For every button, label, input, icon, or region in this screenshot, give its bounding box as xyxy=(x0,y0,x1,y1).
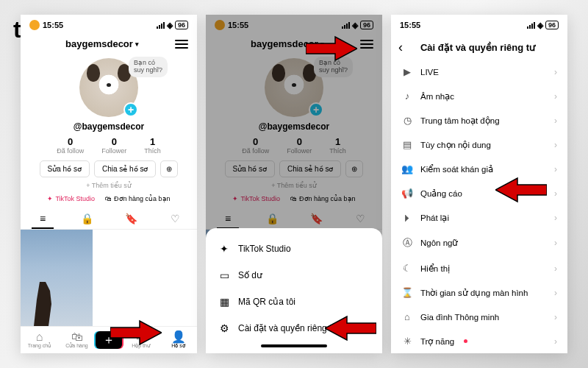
nav-home[interactable]: ⌂Trang chủ xyxy=(21,331,58,349)
activity-icon: ◷ xyxy=(401,115,413,126)
family-icon: ⌂ xyxy=(401,311,413,322)
settings-live[interactable]: ▶LIVE› xyxy=(391,60,567,84)
annotation-arrow xyxy=(325,314,376,343)
sheet-tiktok-studio[interactable]: ✦TikTok Studio xyxy=(206,236,382,262)
content-icon: ▤ xyxy=(401,139,413,150)
wifi-icon: ◈ xyxy=(537,21,543,30)
tab-locked[interactable]: 🔒 xyxy=(65,208,109,229)
settings-music[interactable]: ♪Âm nhạc› xyxy=(391,84,567,108)
status-time: 15:55 xyxy=(43,21,63,29)
svg-marker-0 xyxy=(110,321,162,344)
share-profile-button[interactable]: Chia sẻ hồ sơ xyxy=(94,160,156,177)
edit-profile-button: Sửa hồ sơ xyxy=(225,160,275,177)
qr-icon: ▦ xyxy=(218,296,231,308)
coin-icon xyxy=(29,20,40,30)
share-profile-button: Chia sẻ hồ sơ xyxy=(279,160,341,177)
tab-feed[interactable]: ≡ xyxy=(21,208,65,229)
status-time: 15:55 xyxy=(400,21,420,29)
notification-dot-icon xyxy=(464,339,467,343)
add-story-button[interactable]: + xyxy=(123,102,138,117)
settings-activity[interactable]: ◷Trung tâm hoạt động› xyxy=(391,108,567,132)
signal-icon xyxy=(527,22,535,29)
accessibility-icon: ✳ xyxy=(401,336,413,347)
settings-screentime[interactable]: ⌛Thời gian sử dụng màn hình› xyxy=(391,280,567,305)
add-friend-button: ⊕ xyxy=(345,160,363,177)
battery-icon: 96 xyxy=(545,21,559,29)
avatar xyxy=(265,58,323,117)
megaphone-icon: 📢 xyxy=(401,188,413,199)
battery-icon: 96 xyxy=(360,21,373,29)
chevron-down-icon: ▾ xyxy=(135,40,139,48)
wifi-icon: ◈ xyxy=(352,21,358,30)
studio-icon: ✦ xyxy=(218,243,231,255)
wifi-icon: ◈ xyxy=(167,21,173,30)
stat-following[interactable]: 0Đã follow xyxy=(57,136,84,155)
add-bio-link[interactable]: + Thêm tiểu sử xyxy=(21,182,197,189)
battery-icon: 96 xyxy=(175,21,188,29)
gear-icon: ⚙ xyxy=(218,322,231,334)
nav-shop[interactable]: 🛍Cửa hàng xyxy=(58,331,96,349)
stats-row: 0Đã follow 0Follower 1Thích xyxy=(21,136,197,155)
status-bar: 15:55 ◈ 96 xyxy=(206,15,382,35)
add-bio-link: + Thêm tiểu sử xyxy=(206,182,382,189)
add-story-button: + xyxy=(309,102,323,117)
stat-likes[interactable]: 1Thích xyxy=(144,136,161,155)
status-bar: 15:55 ◈ 96 xyxy=(391,15,567,35)
tab-liked[interactable]: ♡ xyxy=(153,208,197,229)
coin-icon xyxy=(215,20,225,30)
screentime-icon: ⌛ xyxy=(401,287,413,298)
tiktok-studio-link[interactable]: ✦ TikTok Studio xyxy=(47,195,95,202)
live-icon: ▶ xyxy=(401,66,413,77)
settings-playback[interactable]: ⏵Phát lại› xyxy=(391,205,567,230)
annotation-arrow xyxy=(306,34,357,63)
profile-handle: @baygemsdecor xyxy=(206,121,382,132)
language-icon: Ⓐ xyxy=(401,236,413,250)
svg-marker-3 xyxy=(495,178,547,202)
add-friend-button[interactable]: ⊕ xyxy=(160,160,178,177)
settings-language[interactable]: ⒶNgôn ngữ› xyxy=(391,230,567,256)
orders-link[interactable]: 🛍 Đơn hàng của bạn xyxy=(105,195,171,202)
nav-profile[interactable]: 👤Hồ sơ xyxy=(159,331,197,349)
status-bar: 15:55 ◈ 96 xyxy=(21,15,197,35)
phone-settings: 15:55 ◈ 96 ‹ Cài đặt và quyền riêng tư ▶… xyxy=(391,15,567,353)
settings-accessibility[interactable]: ✳Trợ năng› xyxy=(391,329,567,353)
tab-bookmark[interactable]: 🔖 xyxy=(109,208,153,229)
settings-family[interactable]: ⌂Gia đình Thông minh› xyxy=(391,305,567,329)
svg-marker-2 xyxy=(325,316,376,340)
status-time: 15:55 xyxy=(228,21,248,29)
video-thumbnail[interactable] xyxy=(21,230,93,326)
sheet-qr[interactable]: ▦Mã QR của tôi xyxy=(206,289,382,315)
phone-profile: 15:55 ◈ 96 baygemsdecor▾ Bạn cósuy nghĩ?… xyxy=(21,15,197,353)
home-indicator xyxy=(261,344,327,347)
display-icon: ☾ xyxy=(401,263,413,274)
edit-profile-button[interactable]: Sửa hồ sơ xyxy=(40,160,90,177)
page-title: Cài đặt và quyền riêng tư xyxy=(395,42,560,53)
phone-menu-open: 15:55 ◈ 96 baygemsdecor▾ Bạn cósuy nghĩ?… xyxy=(206,15,382,353)
svg-marker-1 xyxy=(306,37,357,60)
annotation-arrow xyxy=(110,318,162,347)
signal-icon xyxy=(157,22,165,29)
hamburger-menu-button[interactable] xyxy=(360,40,373,49)
thought-bubble[interactable]: Bạn cósuy nghĩ? xyxy=(129,57,168,77)
signal-icon xyxy=(342,22,350,29)
music-icon: ♪ xyxy=(401,91,413,102)
wallet-icon: ▭ xyxy=(218,269,231,281)
playback-icon: ⏵ xyxy=(401,212,413,223)
profile-handle: @baygemsdecor xyxy=(21,121,197,132)
settings-display[interactable]: ☾Hiển thị› xyxy=(391,256,567,280)
annotation-arrow xyxy=(495,175,547,205)
sheet-balance[interactable]: ▭Số dư xyxy=(206,262,382,289)
username-dropdown[interactable]: baygemsdecor▾ xyxy=(65,38,139,49)
hamburger-menu-button[interactable] xyxy=(175,40,188,49)
audience-icon: 👥 xyxy=(401,163,413,174)
settings-content[interactable]: ▤Tùy chọn nội dung› xyxy=(391,132,567,157)
empty-slot xyxy=(167,230,198,326)
stat-followers[interactable]: 0Follower xyxy=(101,136,126,155)
empty-slot xyxy=(93,230,165,326)
chevron-right-icon: › xyxy=(554,67,557,77)
